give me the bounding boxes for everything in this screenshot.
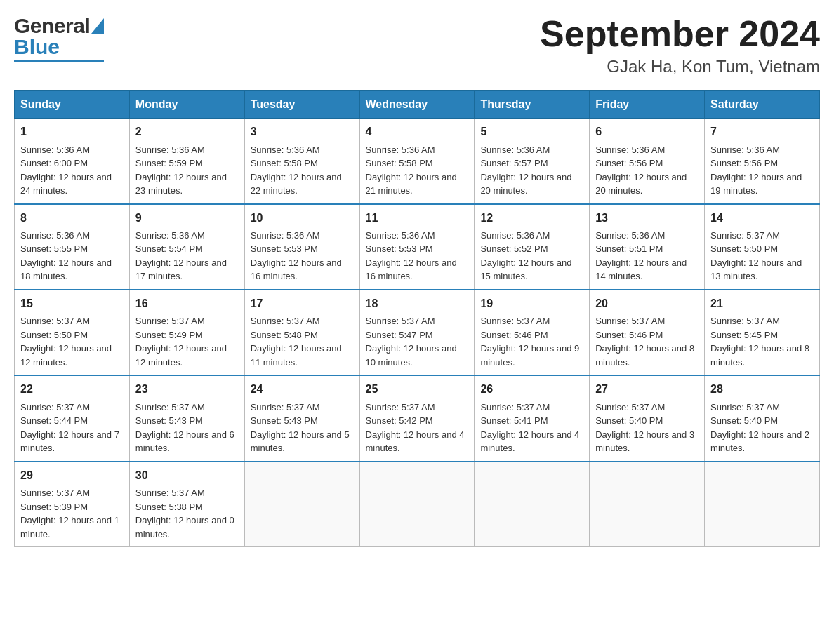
sunset-text: Sunset: 5:43 PM <box>135 415 203 426</box>
sunrise-text: Sunrise: 5:36 AM <box>20 230 90 241</box>
calendar-week-row: 15Sunrise: 5:37 AMSunset: 5:50 PMDayligh… <box>15 290 820 375</box>
day-number: 27 <box>595 382 699 397</box>
sunset-text: Sunset: 5:49 PM <box>135 330 203 340</box>
table-cell <box>244 462 359 547</box>
daylight-text: Daylight: 12 hours and 1 minute. <box>20 515 119 539</box>
day-info: Sunrise: 5:36 AMSunset: 5:53 PMDaylight:… <box>366 229 469 283</box>
day-info: Sunrise: 5:37 AMSunset: 5:47 PMDaylight:… <box>366 314 469 369</box>
calendar-header-row: Sunday Monday Tuesday Wednesday Thursday… <box>15 91 820 119</box>
day-number: 8 <box>20 210 124 226</box>
table-cell: 13Sunrise: 5:36 AMSunset: 5:51 PMDayligh… <box>590 204 705 290</box>
col-monday: Monday <box>129 91 244 119</box>
day-number: 10 <box>251 210 354 226</box>
sunrise-text: Sunrise: 5:37 AM <box>480 316 550 326</box>
daylight-text: Daylight: 12 hours and 24 minutes. <box>20 172 112 196</box>
sunset-text: Sunset: 5:40 PM <box>595 415 663 426</box>
sunrise-text: Sunrise: 5:37 AM <box>20 488 90 498</box>
table-cell: 9Sunrise: 5:36 AMSunset: 5:54 PMDaylight… <box>129 204 244 290</box>
col-sunday: Sunday <box>15 91 130 119</box>
sunset-text: Sunset: 5:53 PM <box>366 243 433 254</box>
day-info: Sunrise: 5:37 AMSunset: 5:46 PMDaylight:… <box>480 314 583 369</box>
sunset-text: Sunset: 6:00 PM <box>20 158 88 168</box>
day-info: Sunrise: 5:37 AMSunset: 5:44 PMDaylight:… <box>20 401 124 455</box>
day-info: Sunrise: 5:37 AMSunset: 5:40 PMDaylight:… <box>595 401 699 455</box>
sunrise-text: Sunrise: 5:37 AM <box>135 402 205 412</box>
daylight-text: Daylight: 12 hours and 19 minutes. <box>710 172 802 196</box>
sunset-text: Sunset: 5:41 PM <box>480 415 548 426</box>
day-info: Sunrise: 5:36 AMSunset: 5:58 PMDaylight:… <box>251 143 354 198</box>
table-cell: 5Sunrise: 5:36 AMSunset: 5:57 PMDaylight… <box>475 119 590 204</box>
day-number: 15 <box>20 296 124 311</box>
sunrise-text: Sunrise: 5:37 AM <box>710 230 780 241</box>
daylight-text: Daylight: 12 hours and 4 minutes. <box>366 429 465 454</box>
sunrise-text: Sunrise: 5:37 AM <box>595 402 665 412</box>
table-cell <box>705 462 820 547</box>
sunset-text: Sunset: 5:55 PM <box>20 243 88 254</box>
daylight-text: Daylight: 12 hours and 17 minutes. <box>135 257 227 282</box>
day-info: Sunrise: 5:37 AMSunset: 5:50 PMDaylight:… <box>20 314 124 369</box>
sunrise-text: Sunrise: 5:36 AM <box>480 145 550 155</box>
sunrise-text: Sunrise: 5:36 AM <box>251 230 320 241</box>
col-friday: Friday <box>590 91 705 119</box>
day-info: Sunrise: 5:37 AMSunset: 5:43 PMDaylight:… <box>251 401 354 455</box>
day-info: Sunrise: 5:37 AMSunset: 5:46 PMDaylight:… <box>595 314 699 369</box>
sunrise-text: Sunrise: 5:37 AM <box>135 316 205 326</box>
sunset-text: Sunset: 5:59 PM <box>135 158 203 168</box>
table-cell: 20Sunrise: 5:37 AMSunset: 5:46 PMDayligh… <box>590 290 705 375</box>
daylight-text: Daylight: 12 hours and 20 minutes. <box>480 172 571 196</box>
table-cell: 30Sunrise: 5:37 AMSunset: 5:38 PMDayligh… <box>129 462 244 547</box>
day-number: 22 <box>20 382 124 397</box>
day-info: Sunrise: 5:37 AMSunset: 5:40 PMDaylight:… <box>710 401 814 455</box>
sunset-text: Sunset: 5:44 PM <box>20 415 88 426</box>
day-number: 24 <box>251 382 354 397</box>
day-info: Sunrise: 5:37 AMSunset: 5:48 PMDaylight:… <box>251 314 354 369</box>
day-info: Sunrise: 5:37 AMSunset: 5:49 PMDaylight:… <box>135 314 239 369</box>
table-cell: 10Sunrise: 5:36 AMSunset: 5:53 PMDayligh… <box>244 204 359 290</box>
sunset-text: Sunset: 5:54 PM <box>135 243 203 254</box>
day-info: Sunrise: 5:37 AMSunset: 5:38 PMDaylight:… <box>135 486 239 541</box>
table-cell: 24Sunrise: 5:37 AMSunset: 5:43 PMDayligh… <box>244 375 359 461</box>
table-cell: 21Sunrise: 5:37 AMSunset: 5:45 PMDayligh… <box>705 290 820 375</box>
day-number: 16 <box>135 296 239 311</box>
sunrise-text: Sunrise: 5:37 AM <box>251 316 320 326</box>
daylight-text: Daylight: 12 hours and 4 minutes. <box>480 429 579 454</box>
table-cell: 27Sunrise: 5:37 AMSunset: 5:40 PMDayligh… <box>590 375 705 461</box>
daylight-text: Daylight: 12 hours and 23 minutes. <box>135 172 227 196</box>
table-cell: 6Sunrise: 5:36 AMSunset: 5:56 PMDaylight… <box>590 119 705 204</box>
daylight-text: Daylight: 12 hours and 10 minutes. <box>366 343 457 368</box>
sunset-text: Sunset: 5:45 PM <box>710 330 778 340</box>
daylight-text: Daylight: 12 hours and 5 minutes. <box>251 429 350 454</box>
daylight-text: Daylight: 12 hours and 3 minutes. <box>595 429 694 454</box>
table-cell: 11Sunrise: 5:36 AMSunset: 5:53 PMDayligh… <box>359 204 475 290</box>
day-number: 1 <box>20 124 124 140</box>
sunrise-text: Sunrise: 5:36 AM <box>20 145 90 155</box>
sunrise-text: Sunrise: 5:37 AM <box>251 402 320 412</box>
sunrise-text: Sunrise: 5:37 AM <box>366 402 435 412</box>
daylight-text: Daylight: 12 hours and 8 minutes. <box>710 343 809 368</box>
daylight-text: Daylight: 12 hours and 21 minutes. <box>366 172 457 196</box>
table-cell: 1Sunrise: 5:36 AMSunset: 6:00 PMDaylight… <box>15 119 130 204</box>
day-number: 21 <box>710 296 814 311</box>
logo-underline <box>14 60 104 62</box>
sunrise-text: Sunrise: 5:37 AM <box>710 316 780 326</box>
sunrise-text: Sunrise: 5:36 AM <box>595 230 665 241</box>
daylight-text: Daylight: 12 hours and 15 minutes. <box>480 257 571 282</box>
sunrise-text: Sunrise: 5:37 AM <box>595 316 665 326</box>
calendar-week-row: 8Sunrise: 5:36 AMSunset: 5:55 PMDaylight… <box>15 204 820 290</box>
daylight-text: Daylight: 12 hours and 6 minutes. <box>135 429 234 454</box>
table-cell: 12Sunrise: 5:36 AMSunset: 5:52 PMDayligh… <box>475 204 590 290</box>
sunset-text: Sunset: 5:46 PM <box>595 330 663 340</box>
table-cell: 8Sunrise: 5:36 AMSunset: 5:55 PMDaylight… <box>15 204 130 290</box>
sunrise-text: Sunrise: 5:36 AM <box>251 145 320 155</box>
day-number: 14 <box>710 210 814 226</box>
sunset-text: Sunset: 5:48 PM <box>251 330 318 340</box>
table-cell: 19Sunrise: 5:37 AMSunset: 5:46 PMDayligh… <box>475 290 590 375</box>
table-cell: 17Sunrise: 5:37 AMSunset: 5:48 PMDayligh… <box>244 290 359 375</box>
daylight-text: Daylight: 12 hours and 13 minutes. <box>710 257 802 282</box>
sunset-text: Sunset: 5:50 PM <box>710 243 778 254</box>
day-info: Sunrise: 5:37 AMSunset: 5:45 PMDaylight:… <box>710 314 814 369</box>
table-cell: 15Sunrise: 5:37 AMSunset: 5:50 PMDayligh… <box>15 290 130 375</box>
day-info: Sunrise: 5:37 AMSunset: 5:50 PMDaylight:… <box>710 229 814 283</box>
table-cell <box>590 462 705 547</box>
day-number: 18 <box>366 296 469 311</box>
